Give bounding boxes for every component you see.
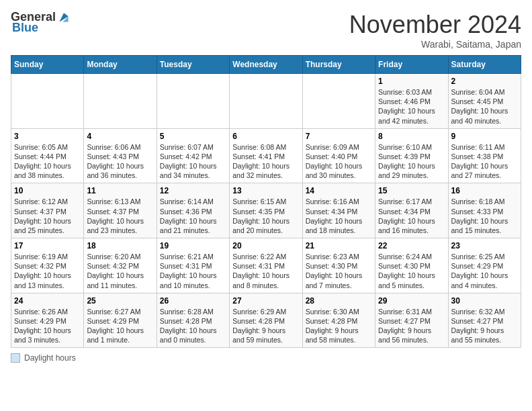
calendar-cell: 19Sunrise: 6:21 AM Sunset: 4:31 PM Dayli… [157, 238, 229, 293]
calendar-cell: 3Sunrise: 6:05 AM Sunset: 4:44 PM Daylig… [11, 128, 84, 183]
calendar-cell: 1Sunrise: 6:03 AM Sunset: 4:46 PM Daylig… [375, 74, 448, 129]
day-info: Sunrise: 6:23 AM Sunset: 4:30 PM Dayligh… [306, 252, 372, 290]
day-number: 7 [306, 132, 372, 141]
day-number: 23 [451, 241, 518, 250]
day-number: 6 [232, 132, 299, 141]
calendar-cell: 15Sunrise: 6:17 AM Sunset: 4:34 PM Dayli… [375, 183, 448, 238]
calendar-cell: 7Sunrise: 6:09 AM Sunset: 4:40 PM Daylig… [302, 128, 375, 183]
calendar-week-4: 17Sunrise: 6:19 AM Sunset: 4:32 PM Dayli… [11, 238, 521, 293]
day-info: Sunrise: 6:15 AM Sunset: 4:35 PM Dayligh… [232, 197, 299, 235]
day-number: 11 [87, 186, 153, 195]
day-number: 17 [14, 241, 81, 250]
calendar-cell: 30Sunrise: 6:32 AM Sunset: 4:27 PM Dayli… [448, 293, 521, 348]
day-info: Sunrise: 6:14 AM Sunset: 4:36 PM Dayligh… [160, 197, 226, 235]
day-number: 3 [14, 132, 81, 141]
title-block: November 2024 Warabi, Saitama, Japan [349, 11, 521, 50]
day-number: 24 [14, 296, 81, 306]
day-number: 19 [160, 241, 226, 250]
day-info: Sunrise: 6:24 AM Sunset: 4:30 PM Dayligh… [378, 252, 445, 290]
calendar-cell: 21Sunrise: 6:23 AM Sunset: 4:30 PM Dayli… [302, 238, 375, 293]
day-info: Sunrise: 6:16 AM Sunset: 4:34 PM Dayligh… [306, 197, 372, 235]
day-info: Sunrise: 6:32 AM Sunset: 4:27 PM Dayligh… [451, 307, 518, 345]
calendar-cell: 8Sunrise: 6:10 AM Sunset: 4:39 PM Daylig… [375, 128, 448, 183]
day-number: 21 [306, 241, 372, 250]
day-number: 15 [378, 186, 445, 195]
location-title: Warabi, Saitama, Japan [349, 39, 521, 50]
day-info: Sunrise: 6:03 AM Sunset: 4:46 PM Dayligh… [378, 87, 445, 126]
day-info: Sunrise: 6:10 AM Sunset: 4:39 PM Dayligh… [378, 142, 445, 181]
calendar-header-thursday: Thursday [302, 56, 375, 74]
calendar-cell: 28Sunrise: 6:30 AM Sunset: 4:28 PM Dayli… [302, 293, 375, 348]
day-number: 18 [87, 241, 153, 250]
day-number: 4 [87, 132, 153, 141]
calendar-cell: 6Sunrise: 6:08 AM Sunset: 4:41 PM Daylig… [230, 128, 302, 183]
day-number: 27 [232, 296, 299, 306]
calendar-cell: 12Sunrise: 6:14 AM Sunset: 4:36 PM Dayli… [157, 183, 229, 238]
calendar-cell: 17Sunrise: 6:19 AM Sunset: 4:32 PM Dayli… [11, 238, 84, 293]
calendar-cell: 2Sunrise: 6:04 AM Sunset: 4:45 PM Daylig… [448, 74, 521, 129]
calendar-header-tuesday: Tuesday [157, 56, 229, 74]
calendar-cell [230, 74, 302, 129]
calendar-table: SundayMondayTuesdayWednesdayThursdayFrid… [11, 55, 521, 348]
day-number: 8 [378, 132, 445, 141]
day-info: Sunrise: 6:19 AM Sunset: 4:32 PM Dayligh… [14, 252, 81, 290]
calendar-cell: 22Sunrise: 6:24 AM Sunset: 4:30 PM Dayli… [375, 238, 448, 293]
legend: Daylight hours [11, 353, 521, 363]
day-number: 2 [451, 77, 518, 86]
day-info: Sunrise: 6:18 AM Sunset: 4:33 PM Dayligh… [451, 197, 518, 235]
calendar-cell [84, 74, 157, 129]
day-number: 9 [451, 132, 518, 141]
calendar-week-1: 1Sunrise: 6:03 AM Sunset: 4:46 PM Daylig… [11, 74, 521, 129]
calendar-header-monday: Monday [84, 56, 157, 74]
calendar-cell: 23Sunrise: 6:25 AM Sunset: 4:29 PM Dayli… [448, 238, 521, 293]
day-info: Sunrise: 6:13 AM Sunset: 4:37 PM Dayligh… [87, 197, 153, 235]
day-info: Sunrise: 6:21 AM Sunset: 4:31 PM Dayligh… [160, 252, 226, 290]
calendar-cell: 20Sunrise: 6:22 AM Sunset: 4:31 PM Dayli… [230, 238, 302, 293]
calendar-cell: 10Sunrise: 6:12 AM Sunset: 4:37 PM Dayli… [11, 183, 84, 238]
day-info: Sunrise: 6:27 AM Sunset: 4:29 PM Dayligh… [87, 307, 153, 345]
day-info: Sunrise: 6:29 AM Sunset: 4:28 PM Dayligh… [232, 307, 299, 345]
day-number: 14 [306, 186, 372, 195]
day-number: 22 [378, 241, 445, 250]
day-info: Sunrise: 6:12 AM Sunset: 4:37 PM Dayligh… [14, 197, 81, 235]
day-number: 1 [378, 77, 445, 86]
calendar-week-3: 10Sunrise: 6:12 AM Sunset: 4:37 PM Dayli… [11, 183, 521, 238]
day-info: Sunrise: 6:08 AM Sunset: 4:41 PM Dayligh… [232, 142, 299, 181]
day-info: Sunrise: 6:30 AM Sunset: 4:28 PM Dayligh… [306, 307, 372, 345]
day-number: 26 [160, 296, 226, 306]
page-header: General Blue November 2024 Warabi, Saita… [11, 11, 521, 50]
day-info: Sunrise: 6:07 AM Sunset: 4:42 PM Dayligh… [160, 142, 226, 181]
calendar-header-wednesday: Wednesday [230, 56, 302, 74]
calendar-cell: 11Sunrise: 6:13 AM Sunset: 4:37 PM Dayli… [84, 183, 157, 238]
day-info: Sunrise: 6:28 AM Sunset: 4:28 PM Dayligh… [160, 307, 226, 345]
day-info: Sunrise: 6:22 AM Sunset: 4:31 PM Dayligh… [232, 252, 299, 290]
calendar-cell [11, 74, 84, 129]
calendar-cell: 25Sunrise: 6:27 AM Sunset: 4:29 PM Dayli… [84, 293, 157, 348]
day-number: 5 [160, 132, 226, 141]
day-number: 10 [14, 186, 81, 195]
calendar-cell: 9Sunrise: 6:11 AM Sunset: 4:38 PM Daylig… [448, 128, 521, 183]
day-info: Sunrise: 6:05 AM Sunset: 4:44 PM Dayligh… [14, 142, 81, 181]
calendar-header-friday: Friday [375, 56, 448, 74]
day-number: 30 [451, 296, 518, 306]
day-number: 12 [160, 186, 226, 195]
calendar-cell: 18Sunrise: 6:20 AM Sunset: 4:32 PM Dayli… [84, 238, 157, 293]
logo-blue-text: Blue [12, 21, 38, 35]
calendar-week-2: 3Sunrise: 6:05 AM Sunset: 4:44 PM Daylig… [11, 128, 521, 183]
day-number: 13 [232, 186, 299, 195]
calendar-cell: 26Sunrise: 6:28 AM Sunset: 4:28 PM Dayli… [157, 293, 229, 348]
day-number: 20 [232, 241, 299, 250]
calendar-header-row: SundayMondayTuesdayWednesdayThursdayFrid… [11, 56, 521, 74]
day-number: 16 [451, 186, 518, 195]
day-info: Sunrise: 6:31 AM Sunset: 4:27 PM Dayligh… [378, 307, 445, 345]
calendar-cell [157, 74, 229, 129]
calendar-cell: 4Sunrise: 6:06 AM Sunset: 4:43 PM Daylig… [84, 128, 157, 183]
calendar-header-sunday: Sunday [11, 56, 84, 74]
calendar-cell: 24Sunrise: 6:26 AM Sunset: 4:29 PM Dayli… [11, 293, 84, 348]
day-info: Sunrise: 6:17 AM Sunset: 4:34 PM Dayligh… [378, 197, 445, 235]
day-info: Sunrise: 6:06 AM Sunset: 4:43 PM Dayligh… [87, 142, 153, 181]
day-info: Sunrise: 6:11 AM Sunset: 4:38 PM Dayligh… [451, 142, 518, 181]
calendar-header-saturday: Saturday [448, 56, 521, 74]
calendar-cell: 29Sunrise: 6:31 AM Sunset: 4:27 PM Dayli… [375, 293, 448, 348]
day-number: 28 [306, 296, 372, 306]
